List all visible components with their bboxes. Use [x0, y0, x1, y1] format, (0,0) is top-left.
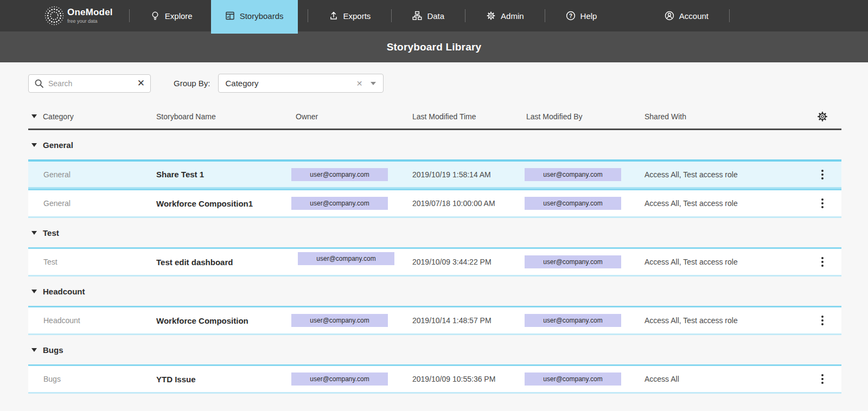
cell-category: Bugs: [28, 375, 156, 383]
search-clear-icon[interactable]: ✕: [137, 79, 145, 88]
nav-item-label: Account: [679, 11, 709, 21]
page-header: Storyboard Library: [0, 31, 868, 62]
collapse-group-icon: [31, 290, 37, 293]
modified-by-badge: user@company.com: [525, 168, 621, 181]
help-icon: ?: [566, 11, 576, 21]
storyboard-icon: [225, 11, 235, 21]
search-box[interactable]: ✕: [28, 74, 151, 93]
cell-storyboard-name[interactable]: Workforce Composition: [156, 316, 289, 325]
column-header-owner[interactable]: Owner: [289, 112, 407, 121]
group-header-headcount[interactable]: Headcount: [28, 277, 841, 306]
column-header-name[interactable]: Storyboard Name: [156, 112, 289, 121]
export-icon: [329, 11, 339, 21]
cell-storyboard-name[interactable]: Workforce Composition1: [156, 199, 289, 208]
cell-storyboard-name[interactable]: Test edit dashboard: [156, 258, 289, 267]
table-header-row: Category Storyboard Name Owner Last Modi…: [28, 104, 841, 130]
row-menu-button[interactable]: [817, 313, 828, 327]
column-header-modified-time[interactable]: Last Modified Time: [407, 112, 522, 121]
modified-by-badge: user@company.com: [525, 197, 621, 210]
row-menu-button[interactable]: [817, 255, 828, 269]
cell-shared-with: Access All, Test access role: [644, 316, 803, 325]
nav-item-admin[interactable]: Admin: [475, 0, 535, 31]
row-menu-button[interactable]: [817, 168, 828, 182]
cell-storyboard-name[interactable]: Share Test 1: [156, 170, 289, 179]
cell-storyboard-name[interactable]: YTD Issue: [156, 375, 289, 384]
nav-spacer: [608, 0, 653, 31]
nav-item-label: Admin: [501, 11, 524, 21]
row-menu-button[interactable]: [817, 372, 828, 386]
nav-divider: [308, 9, 308, 22]
modified-by-badge: user@company.com: [525, 373, 621, 386]
table-row[interactable]: Bugs YTD Issue user@company.com 2019/10/…: [28, 364, 841, 394]
owner-badge: user@company.com: [291, 168, 388, 181]
logo-tagline: free your data: [67, 18, 113, 24]
owner-badge: user@company.com: [291, 314, 388, 327]
logo-title: OneModel: [67, 8, 113, 17]
nav-item-explore[interactable]: Explore: [139, 0, 203, 31]
row-menu-button[interactable]: [817, 196, 828, 210]
table-row[interactable]: Headcount Workforce Composition user@com…: [28, 306, 841, 335]
group-by-label: Group By:: [174, 79, 210, 88]
group-header-general[interactable]: General: [28, 130, 841, 159]
nav-item-data[interactable]: Data: [401, 0, 455, 31]
nav-divider: [391, 9, 392, 22]
storyboard-table: Category Storyboard Name Owner Last Modi…: [28, 104, 841, 394]
table-settings-button[interactable]: [816, 111, 828, 123]
lightbulb-icon: [150, 11, 160, 21]
table-row[interactable]: Test Test edit dashboard user@company.co…: [28, 247, 841, 277]
svg-text:?: ?: [569, 13, 572, 19]
nav-divider: [129, 9, 130, 22]
group-header-test[interactable]: Test: [28, 218, 841, 247]
owner-badge: user@company.com: [291, 373, 388, 386]
nav-item-storyboards[interactable]: Storyboards: [211, 0, 298, 31]
account-icon: [665, 11, 674, 21]
group-by-value: Category: [226, 79, 259, 88]
owner-badge: user@company.com: [291, 197, 388, 210]
column-header-modified-by[interactable]: Last Modified By: [522, 112, 644, 121]
cell-shared-with: Access All, Test access role: [644, 199, 803, 208]
sort-descending-icon: [31, 114, 37, 118]
cell-shared-with: Access All, Test access role: [644, 258, 803, 266]
cell-category: General: [28, 170, 156, 179]
cell-modified-time: 2019/07/18 10:00:00 AM: [407, 199, 522, 208]
table-row[interactable]: General Workforce Composition1 user@comp…: [28, 189, 841, 218]
search-input[interactable]: [48, 79, 133, 88]
collapse-group-icon: [31, 143, 37, 147]
owner-badge: user@company.com: [298, 252, 394, 265]
nav-item-exports[interactable]: Exports: [318, 0, 382, 31]
nav-item-account[interactable]: Account: [654, 0, 719, 31]
top-navbar: OneModel free your data Explore Storyboa…: [0, 0, 868, 31]
search-icon: [34, 79, 44, 88]
column-header-category[interactable]: Category: [28, 112, 156, 121]
dropdown-clear-icon[interactable]: ✕: [356, 79, 363, 88]
column-header-shared-with[interactable]: Shared With: [644, 112, 803, 121]
onemodel-logo-icon: [44, 6, 64, 25]
cell-category: General: [28, 199, 156, 208]
nav-divider: [729, 9, 730, 22]
nav-divider: [465, 9, 465, 22]
collapse-group-icon: [31, 348, 37, 352]
cell-modified-time: 2019/10/09 10:55:36 PM: [407, 375, 522, 383]
nav-item-help[interactable]: ? Help: [555, 0, 608, 31]
chevron-down-icon[interactable]: [371, 82, 376, 85]
cell-category: Test: [28, 258, 156, 266]
sitemap-icon: [412, 11, 422, 21]
group-header-bugs[interactable]: Bugs: [28, 335, 841, 364]
nav-item-label: Storyboards: [240, 11, 284, 21]
onemodel-logo[interactable]: OneModel free your data: [44, 0, 113, 31]
collapse-group-icon: [31, 231, 37, 235]
toolbar: ✕ Group By: Category ✕: [28, 74, 868, 93]
nav-divider: [545, 9, 545, 22]
nav-item-label: Help: [580, 11, 597, 21]
group-by-dropdown[interactable]: Category ✕: [218, 74, 384, 93]
gear-icon: [486, 11, 496, 21]
cell-modified-time: 2019/10/19 1:58:14 AM: [407, 170, 522, 179]
cell-shared-with: Access All: [644, 375, 803, 383]
cell-category: Headcount: [28, 316, 156, 325]
cell-modified-time: 2019/10/09 3:44:22 PM: [407, 258, 522, 266]
table-row[interactable]: General Share Test 1 user@company.com 20…: [28, 159, 841, 189]
cell-shared-with: Access All, Test access role: [644, 170, 803, 179]
nav-item-label: Exports: [343, 11, 371, 21]
modified-by-badge: user@company.com: [525, 255, 621, 268]
modified-by-badge: user@company.com: [525, 314, 621, 327]
